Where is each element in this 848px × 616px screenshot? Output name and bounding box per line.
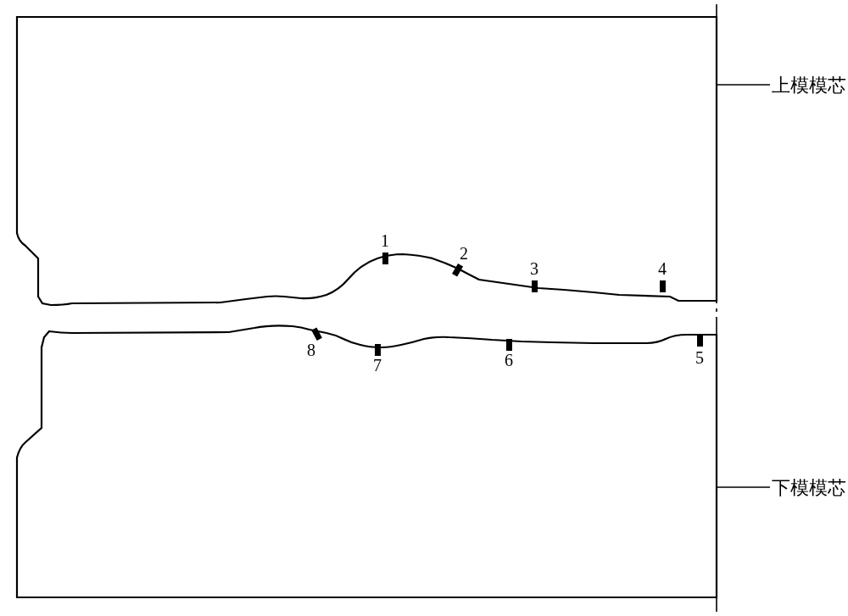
upper-die-outline bbox=[17, 17, 717, 305]
tick-5 bbox=[697, 335, 703, 347]
label-6: 6 bbox=[505, 351, 513, 370]
tick-8 bbox=[311, 327, 322, 341]
label-5: 5 bbox=[695, 348, 704, 368]
label-4: 4 bbox=[658, 259, 667, 279]
label-2: 2 bbox=[460, 244, 468, 264]
tick-1 bbox=[382, 253, 388, 264]
tick-3 bbox=[532, 280, 538, 292]
label-3: 3 bbox=[530, 259, 538, 279]
mold-svg bbox=[0, 0, 848, 616]
label-7: 7 bbox=[373, 356, 382, 375]
tick-6 bbox=[506, 339, 512, 351]
label-8: 8 bbox=[307, 341, 315, 360]
label-1: 1 bbox=[381, 231, 389, 251]
upper-die-label: 上模模芯 bbox=[772, 73, 846, 98]
tick-7 bbox=[375, 344, 381, 356]
die-mold-diagram: 上模模芯 下模模芯 1 2 3 4 5 6 7 8 bbox=[0, 0, 848, 616]
tick-4 bbox=[660, 280, 666, 292]
lower-die-outline bbox=[17, 325, 717, 597]
lower-die-label: 下模模芯 bbox=[772, 475, 846, 501]
